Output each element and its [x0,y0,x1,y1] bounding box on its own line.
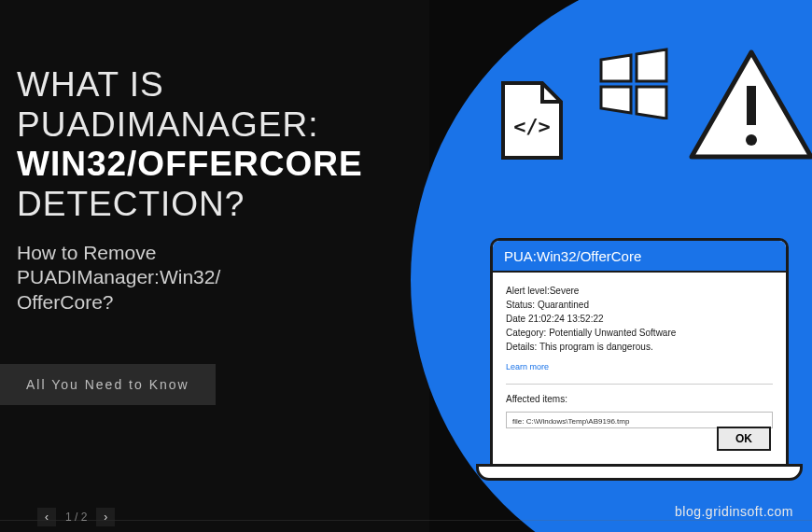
windows-icon [597,47,670,123]
pill-label: All You Need to Know [26,377,189,392]
subtitle-line2: PUADIManager:Win32/ [17,266,220,287]
paginator: ‹ 1 / 2 › [37,508,115,526]
subtitle-line3: OfferCore? [17,291,114,313]
svg-text:</>: </> [513,115,551,138]
paginator-count: 1 / 2 [65,511,87,524]
affected-file-path: file: C:\Windows\Temp\AB9196.tmp [512,417,629,426]
dialog-divider [506,384,773,385]
ok-button-label: OK [735,432,752,445]
affected-items-label: Affected items: [506,392,773,406]
site-url: blog.gridinsoft.com [675,504,793,519]
title-line3: WIN32/OFFERCORE [17,145,363,183]
dialog-body: Alert level:Severe Status: Quarantined D… [493,273,786,440]
laptop: PUA:Win32/OfferCore Alert level:Severe S… [476,238,803,481]
date: Date 21:02:24 13:52:22 [506,312,773,326]
dialog-title: PUA:Win32/OfferCore [504,248,641,264]
subtitle: How to Remove PUADIManager:Win32/ OfferC… [17,241,363,315]
svg-point-2 [746,134,757,146]
dialog-titlebar: PUA:Win32/OfferCore [493,241,786,273]
pill-tag: All You Need to Know [0,364,216,405]
title-line2: PUADIMANAGER: [17,105,318,144]
title-line1: WHAT IS [17,65,164,104]
category: Category: Potentially Unwanted Software [506,326,773,340]
title-block: WHAT IS PUADIMANAGER: WIN32/OFFERCORE DE… [17,65,363,315]
paginator-prev-button[interactable]: ‹ [37,508,56,526]
main-title: WHAT IS PUADIMANAGER: WIN32/OFFERCORE DE… [17,65,363,224]
ok-button[interactable]: OK [717,427,771,451]
title-line4: DETECTION? [17,185,245,223]
alert-level: Alert level:Severe [506,284,773,298]
laptop-screen: PUA:Win32/OfferCore Alert level:Severe S… [490,238,789,467]
learn-more-link[interactable]: Learn more [506,361,549,374]
status: Status: Quarantined [506,298,773,312]
svg-rect-1 [747,86,756,125]
details: Details: This program is dangerous. [506,340,773,354]
affected-items-box: file: C:\Windows\Temp\AB9196.tmp [506,412,773,428]
subtitle-line1: How to Remove [17,242,156,263]
paginator-next-button[interactable]: › [96,508,115,526]
warning-icon [686,47,812,168]
file-code-icon: </> [499,79,565,165]
